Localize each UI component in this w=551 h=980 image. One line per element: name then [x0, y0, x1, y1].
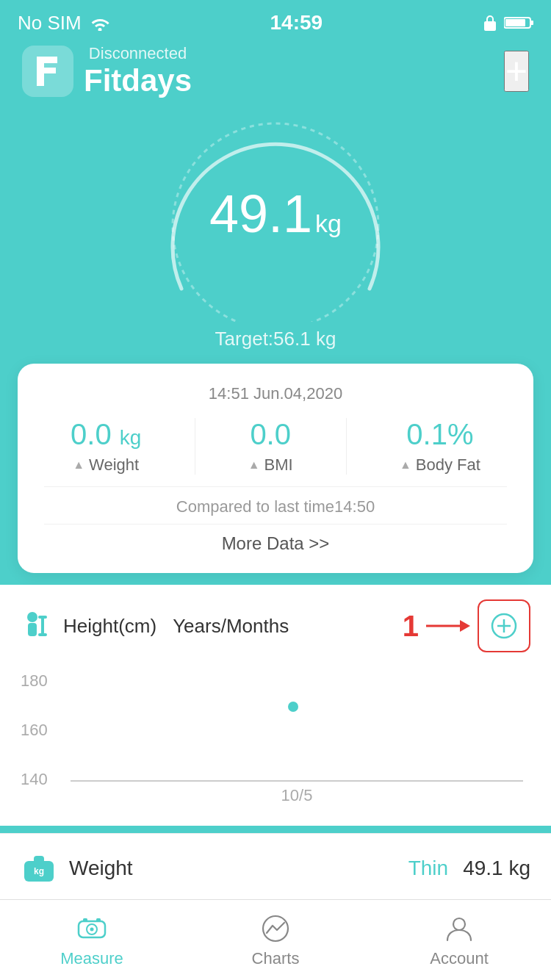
gauge-number: 49.1: [209, 184, 312, 243]
bodyfat-label: Body Fat: [416, 455, 480, 475]
y-label-140: 140: [21, 770, 48, 789]
svg-rect-3: [530, 21, 533, 25]
data-card-metrics: 0.0 kg ▲ Weight 0.0 ▲ BMI 0.1% ▲ Body Fa…: [44, 418, 507, 475]
measure-icon: [76, 912, 108, 945]
svg-rect-6: [28, 623, 37, 636]
chart-header-left: Height(cm) Years/Months: [21, 610, 289, 642]
logo-svg: [29, 53, 66, 90]
status-right: [482, 13, 533, 32]
svg-rect-16: [34, 856, 44, 863]
compared-text: Compared to last time14:50: [44, 486, 507, 524]
metric-weight: 0.0 kg ▲ Weight: [71, 418, 141, 475]
header-left: Disconnected Fitdays: [22, 44, 192, 98]
weight-icon: kg: [21, 850, 57, 887]
y-label-160: 160: [21, 721, 48, 740]
header-title-block: Disconnected Fitdays: [84, 44, 192, 98]
weight-label: Weight: [89, 455, 139, 475]
charts-icon: [259, 912, 292, 945]
bodyfat-label-row: ▲ Body Fat: [400, 455, 480, 475]
chart-title: Height(cm): [63, 615, 156, 638]
status-bar: No SIM 14:59: [0, 0, 551, 38]
plus-icon: [491, 613, 517, 639]
divider-2: [346, 418, 347, 475]
data-card: 14:51 Jun.04,2020 0.0 kg ▲ Weight 0.0 ▲ …: [18, 364, 533, 573]
weight-row-status: Thin: [408, 857, 448, 880]
bmi-arrow: ▲: [248, 458, 260, 472]
svg-rect-22: [96, 918, 101, 922]
data-card-time: 14:51 Jun.04,2020: [44, 384, 507, 403]
chart-header-right: 1: [403, 599, 530, 652]
add-button[interactable]: +: [504, 51, 529, 92]
svg-point-5: [27, 612, 37, 622]
svg-point-20: [90, 927, 94, 931]
weight-label-row: ▲ Weight: [73, 455, 139, 475]
metric-bodyfat: 0.1% ▲ Body Fat: [400, 418, 480, 475]
weight-row-value: 49.1 kg: [463, 857, 530, 880]
gauge-area: 49.1kg Target:56.1 kg: [0, 101, 551, 364]
chart-subtitle: Years/Months: [173, 615, 289, 638]
wifi-icon: [89, 15, 111, 31]
annotation-number: 1: [403, 610, 419, 643]
status-time: 14:59: [270, 11, 323, 35]
weight-row-label: Weight: [69, 857, 408, 880]
metric-bmi: 0.0 ▲ BMI: [248, 418, 293, 475]
nav-measure-label: Measure: [60, 949, 123, 968]
svg-rect-9: [38, 633, 47, 636]
disconnected-label: Disconnected: [84, 44, 192, 63]
chart-dot: [288, 702, 298, 712]
account-icon: [443, 912, 475, 945]
nav-charts[interactable]: Charts: [184, 900, 367, 980]
bodyfat-value: 0.1%: [406, 418, 473, 451]
status-left: No SIM: [18, 12, 111, 35]
app-name: Fitdays: [84, 63, 192, 98]
svg-rect-8: [38, 616, 47, 619]
svg-rect-7: [41, 616, 44, 636]
nav-account-label: Account: [430, 949, 489, 968]
svg-rect-0: [484, 21, 496, 31]
x-label: 10/5: [281, 786, 313, 805]
svg-marker-11: [460, 620, 470, 632]
add-chart-button[interactable]: [478, 599, 530, 652]
gauge-unit: kg: [315, 209, 342, 237]
app-logo: [22, 46, 73, 97]
bmi-label-row: ▲ BMI: [248, 455, 293, 475]
svg-point-24: [453, 918, 465, 930]
bmi-value: 0.0: [250, 418, 291, 451]
annotation-wrap: 1: [403, 610, 470, 643]
weight-arrow: ▲: [73, 458, 84, 472]
chart-header: Height(cm) Years/Months 1: [21, 599, 530, 652]
nav-measure[interactable]: Measure: [0, 900, 184, 980]
bottom-nav: Measure Charts Account: [0, 899, 551, 980]
chart-section: Height(cm) Years/Months 1: [0, 585, 551, 826]
svg-rect-21: [83, 918, 87, 922]
height-icon: [21, 610, 53, 642]
bodyfat-arrow: ▲: [400, 458, 411, 472]
nav-charts-label: Charts: [252, 949, 300, 968]
weight-row: kg Weight Thin 49.1 kg: [0, 833, 551, 903]
gauge-value: 49.1kg: [209, 184, 342, 244]
annotation-arrow: [426, 616, 470, 636]
svg-rect-2: [505, 19, 525, 26]
divider-1: [195, 418, 195, 475]
target-label: Target:56.1 kg: [215, 328, 336, 350]
lock-icon: [482, 13, 498, 32]
chart-plot: [71, 664, 523, 782]
svg-text:kg: kg: [34, 866, 44, 876]
bmi-label: BMI: [264, 455, 293, 475]
chart-y-labels: 180 160 140: [21, 671, 48, 789]
carrier-label: No SIM: [18, 12, 82, 35]
weight-value: 0.0 kg: [71, 418, 141, 451]
battery-icon: [504, 15, 533, 30]
app-header: Disconnected Fitdays +: [0, 38, 551, 101]
more-data-button[interactable]: More Data >>: [44, 524, 507, 557]
chart-grid: 180 160 140 10/5: [21, 664, 530, 818]
nav-account[interactable]: Account: [367, 900, 551, 980]
chart-x-labels: 10/5: [71, 782, 523, 805]
y-label-180: 180: [21, 671, 48, 691]
gauge-container: 49.1kg: [151, 109, 400, 322]
